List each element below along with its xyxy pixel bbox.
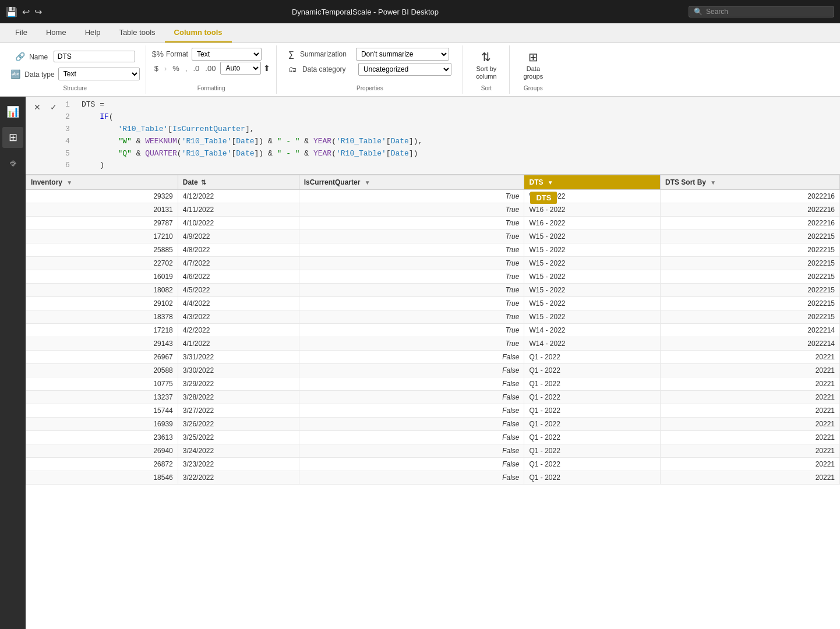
cell-date: 4/5/2022 [178,284,299,297]
undo-icon[interactable]: ↩ [22,6,30,17]
ribbon-group-properties: ∑ Summarization Don't summarize 🗂 Data c… [277,45,463,94]
sidebar-icon-table[interactable]: ⊞ [2,127,23,148]
format-label: Format [166,50,189,58]
dts-filter-icon[interactable]: ▼ [548,179,553,186]
name-row: 🔗 Name [15,48,135,65]
table-row: 25885 4/8/2022 True W15 - 2022 2022215 [26,243,840,257]
cell-dts: Q1 - 2022 [524,458,661,471]
sidebar-icon-chart[interactable]: 📊 [2,101,23,122]
formula-line-5: 5 "Q" & QUARTER('R10_Table'[Date]) & " -… [65,148,835,160]
sort-by-column-label: Sort by column [476,65,496,80]
cell-dtssortby: 20221 [661,404,840,418]
table-row: 29329 4/12/2022 True W16 - 2022 2022216 [26,190,840,203]
tab-table-tools[interactable]: Table tools [110,23,164,43]
cell-dtssortby: 2022215 [661,297,840,310]
cell-inventory: 29329 [26,190,178,203]
cell-iscq: False [299,377,524,391]
cell-date: 4/2/2022 [178,324,299,337]
cell-dtssortby: 20221 [661,471,840,485]
datacategory-row: 🗂 Data category Uncategorized [288,63,451,76]
datatype-select[interactable]: Text [58,68,140,80]
table-area[interactable]: Inventory ▼ Date ⇅ IsCurrentQuarter ▼ DT… [26,175,840,629]
cell-inventory: 17210 [26,230,178,243]
redo-icon[interactable]: ↪ [34,6,42,17]
tab-file[interactable]: File [6,23,37,43]
formula-cancel-btn[interactable]: ✕ [30,100,44,114]
formula-line-3: 3 'R10_Table'[IsCurrentQuarter], [65,123,835,136]
table-body: 29329 4/12/2022 True W16 - 2022 2022216 … [26,190,840,485]
cell-date: 3/31/2022 [178,351,299,364]
col-header-dts[interactable]: DTS ▼ DTS [524,175,661,190]
formula-confirm-btn[interactable]: ✓ [47,100,61,114]
sidebar-icon-model[interactable]: ⎆ [2,153,23,174]
cell-dtssortby: 2022214 [661,324,840,337]
cell-dts: W14 - 2022 [524,337,661,351]
name-input[interactable] [54,51,135,62]
title-bar: 💾 ↩ ↪ DynamicTemporalScale - Power BI De… [0,0,840,23]
sort-by-column-btn[interactable]: ⇅ Sort by column [471,48,501,83]
auto-select[interactable]: Auto [220,62,261,75]
percent-btn[interactable]: % [170,63,182,74]
search-bar[interactable]: 🔍 [689,6,834,17]
summarization-label: Summarization [300,50,352,58]
dec-dec-btn[interactable]: .00 [203,63,218,74]
cell-dtssortby: 2022215 [661,284,840,297]
table-row: 16939 3/26/2022 False Q1 - 2022 20221 [26,418,840,431]
iscq-filter-icon[interactable]: ▼ [365,179,370,186]
table-row: 18378 4/3/2022 True W15 - 2022 2022215 [26,310,840,324]
dec-inc-btn[interactable]: .0 [190,63,202,74]
cell-dts: Q1 - 2022 [524,418,661,431]
cell-iscq: True [299,217,524,230]
ribbon-tabs: File Home Help Table tools Column tools [0,23,840,43]
date-sort-icon[interactable]: ⇅ [201,179,206,186]
cell-dts: W16 - 2022 [524,217,661,230]
summarization-select[interactable]: Don't summarize [356,48,449,61]
tab-column-tools[interactable]: Column tools [165,23,232,43]
datatype-label: 🔤 Data type [10,69,55,79]
cell-inventory: 26940 [26,444,178,458]
search-input[interactable] [706,8,823,16]
cell-inventory: 25885 [26,243,178,257]
table-row: 18546 3/22/2022 False Q1 - 2022 20221 [26,471,840,485]
cell-inventory: 17218 [26,324,178,337]
table-row: 13237 3/28/2022 False Q1 - 2022 20221 [26,391,840,404]
title-bar-icons: 💾 ↩ ↪ [6,6,42,17]
col-header-date[interactable]: Date ⇅ [178,175,299,190]
col-header-inventory[interactable]: Inventory ▼ [26,175,178,190]
cell-inventory: 26872 [26,458,178,471]
auto-stepper[interactable]: ⬆ [263,63,270,73]
datacategory-select[interactable]: Uncategorized [358,63,451,76]
dtssortby-filter-icon[interactable]: ▼ [710,179,716,186]
table-row: 20588 3/30/2022 False Q1 - 2022 20221 [26,364,840,377]
cell-date: 4/7/2022 [178,257,299,270]
cell-date: 3/28/2022 [178,391,299,404]
currency-btn[interactable]: $ [152,63,161,74]
tab-help[interactable]: Help [76,23,110,43]
cell-iscq: False [299,431,524,444]
content-area: ✕ ✓ 1 DTS = 2 IF( 3 'R10_Table'[Is [26,97,840,629]
cell-date: 4/8/2022 [178,243,299,257]
format-select[interactable]: Text [192,48,262,61]
app-title: DynamicTemporalScale - Power BI Desktop [48,8,683,16]
cell-dts: W16 - 2022 [524,203,661,217]
cell-dtssortby: 2022215 [661,257,840,270]
comma-btn[interactable]: , [183,63,190,74]
inventory-filter-icon[interactable]: ▼ [66,179,72,186]
cell-dtssortby: 20221 [661,351,840,364]
cell-dts: W15 - 2022 [524,297,661,310]
cell-iscq: False [299,364,524,377]
cell-dts: W14 - 2022 [524,324,661,337]
data-groups-btn[interactable]: ⊞ Data groups [518,48,548,83]
col-header-iscurrentquarter[interactable]: IsCurrentQuarter ▼ [299,175,524,190]
cell-inventory: 18082 [26,284,178,297]
formatting-label: Formatting [197,83,225,91]
save-icon[interactable]: 💾 [6,6,17,17]
cell-inventory: 18546 [26,471,178,485]
cell-dtssortby: 20221 [661,418,840,431]
col-header-dtssortby[interactable]: DTS Sort By ▼ [661,175,840,190]
cell-iscq: False [299,458,524,471]
cell-dtssortby: 2022215 [661,230,840,243]
tab-home[interactable]: Home [37,23,76,43]
cell-inventory: 16939 [26,418,178,431]
cell-date: 3/26/2022 [178,418,299,431]
